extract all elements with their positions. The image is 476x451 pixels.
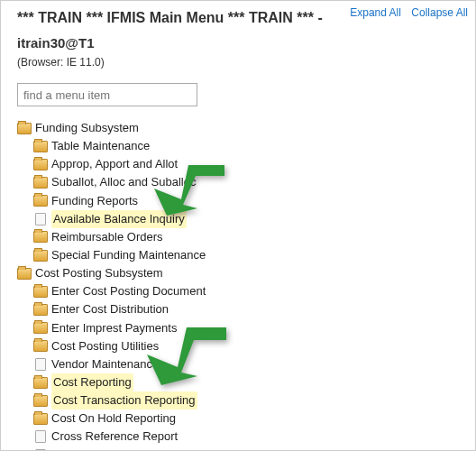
tree-item[interactable]: Enter Imprest Payments (17, 319, 459, 337)
tree-item[interactable]: Cost Posting Subsystem (17, 264, 459, 282)
tree-item[interactable]: Table Maintenance (17, 137, 459, 155)
tree-item[interactable]: Cost Posting Utilities (17, 337, 459, 355)
tree-item-label: Cost Posting Subsystem (35, 264, 163, 282)
tree-item-label: Table Maintenance (51, 137, 150, 155)
tree-item-label: Enter Cost Distribution (51, 300, 169, 318)
expand-all-link[interactable]: Expand All (350, 6, 401, 19)
tree-item[interactable]: Vendor Maintenance (17, 355, 459, 373)
menu-tree: Funding SubsystemTable MaintenanceApprop… (17, 119, 459, 451)
folder-icon (33, 231, 48, 243)
folder-icon (33, 195, 48, 207)
tree-item-label: Vendor Maintenance (51, 355, 159, 373)
tree-item-label: Cost Reporting (51, 373, 133, 391)
tree-item[interactable]: Suballot, Alloc and Suballoc (17, 173, 459, 191)
tree-item-label: Suballot, Alloc and Suballoc (51, 173, 196, 191)
folder-icon (33, 413, 48, 425)
collapse-all-link[interactable]: Collapse All (411, 6, 468, 19)
tree-item[interactable]: Available Balance Inquiry (17, 210, 459, 228)
folder-icon (33, 159, 48, 170)
tree-item-label: Cost Posting Utilities (51, 337, 159, 355)
tree-item-label: Reimbursable Orders (51, 228, 163, 246)
document-icon (35, 430, 46, 443)
folder-icon (33, 250, 48, 262)
tree-item-label: Cost On Hold Reporting (51, 410, 176, 428)
tree-item[interactable]: Cost Transaction Reporting (17, 391, 459, 410)
folder-icon (33, 177, 48, 189)
folder-icon (33, 286, 48, 298)
tree-item-label: Cost Transaction Reporting (51, 391, 197, 410)
folder-icon (33, 141, 48, 152)
tree-item-label: Enter Cost Posting Document (51, 282, 206, 300)
tree-item[interactable]: Enter Cost Posting Document (17, 282, 459, 300)
folder-icon (33, 395, 48, 407)
tree-item[interactable]: Funding Subsystem (17, 119, 459, 137)
document-icon (35, 213, 46, 226)
tree-item[interactable]: Cost On Hold Reporting (17, 410, 459, 428)
browser-info: (Browser: IE 11.0) (17, 56, 459, 69)
search-input[interactable] (17, 83, 197, 106)
tree-item[interactable]: Cross Reference Report (17, 428, 459, 446)
tree-item-label: Available Balance Inquiry (51, 210, 187, 228)
tree-item-label: Cross Reference Report (51, 428, 178, 446)
tree-item[interactable]: Special Funding Maintenance (17, 246, 459, 264)
folder-icon (33, 304, 48, 316)
folder-icon (17, 123, 32, 134)
folder-icon (33, 377, 48, 389)
tree-item-label: Cross Reference Report by Subtotal (51, 446, 240, 451)
tree-item[interactable]: Cost Reporting (17, 373, 459, 391)
tree-item-label: Approp, Apport and Allot (51, 155, 178, 173)
document-icon (35, 358, 46, 371)
tree-item[interactable]: Approp, Apport and Allot (17, 155, 459, 173)
tree-item[interactable]: Funding Reports (17, 192, 459, 210)
folder-icon (33, 322, 48, 334)
tree-item[interactable]: Cross Reference Report by Subtotal (17, 446, 459, 451)
tree-item[interactable]: Enter Cost Distribution (17, 300, 459, 318)
folder-icon (17, 268, 32, 280)
tree-item-label: Enter Imprest Payments (51, 319, 177, 337)
tree-item-label: Special Funding Maintenance (51, 246, 206, 264)
tree-item-label: Funding Reports (51, 192, 138, 210)
tree-item-label: Funding Subsystem (35, 119, 139, 137)
folder-icon (33, 340, 48, 352)
tree-item[interactable]: Reimbursable Orders (17, 228, 459, 246)
user-id: itrain30@T1 (17, 35, 459, 51)
